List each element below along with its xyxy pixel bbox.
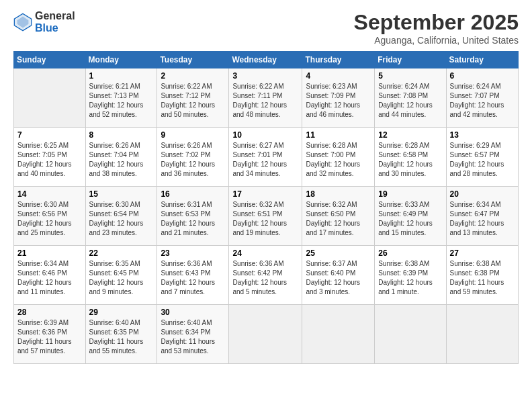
day-number: 15 — [89, 189, 154, 199]
day-number: 6 — [450, 71, 515, 81]
day-info: Sunrise: 6:34 AM Sunset: 6:47 PM Dayligh… — [450, 200, 515, 238]
calendar-cell: 9Sunrise: 6:26 AM Sunset: 7:02 PM Daylig… — [157, 128, 229, 187]
day-number: 7 — [17, 130, 82, 140]
day-info: Sunrise: 6:33 AM Sunset: 6:49 PM Dayligh… — [378, 200, 442, 238]
calendar-cell: 27Sunrise: 6:38 AM Sunset: 6:38 PM Dayli… — [446, 246, 518, 305]
col-wednesday: Wednesday — [229, 52, 302, 68]
calendar-cell: 15Sunrise: 6:30 AM Sunset: 6:54 PM Dayli… — [85, 187, 157, 246]
day-info: Sunrise: 6:36 AM Sunset: 6:43 PM Dayligh… — [161, 259, 225, 297]
col-tuesday: Tuesday — [157, 52, 229, 68]
day-info: Sunrise: 6:23 AM Sunset: 7:09 PM Dayligh… — [306, 82, 371, 120]
calendar-cell: 30Sunrise: 6:40 AM Sunset: 6:34 PM Dayli… — [157, 305, 229, 364]
day-info: Sunrise: 6:27 AM Sunset: 7:01 PM Dayligh… — [232, 141, 298, 179]
logo: General Blue — [13, 10, 75, 34]
day-info: Sunrise: 6:34 AM Sunset: 6:46 PM Dayligh… — [17, 259, 82, 297]
day-info: Sunrise: 6:28 AM Sunset: 7:00 PM Dayligh… — [306, 141, 371, 179]
calendar-cell: 6Sunrise: 6:24 AM Sunset: 7:07 PM Daylig… — [446, 68, 518, 128]
calendar-cell: 1Sunrise: 6:21 AM Sunset: 7:13 PM Daylig… — [85, 68, 157, 128]
page: General Blue September 2025 Aguanga, Cal… — [0, 0, 532, 411]
calendar-cell — [302, 305, 375, 364]
logo-icon — [13, 13, 32, 32]
calendar-cell: 8Sunrise: 6:26 AM Sunset: 7:04 PM Daylig… — [85, 128, 157, 187]
day-info: Sunrise: 6:40 AM Sunset: 6:35 PM Dayligh… — [89, 318, 154, 356]
day-info: Sunrise: 6:31 AM Sunset: 6:53 PM Dayligh… — [161, 200, 225, 238]
day-number: 22 — [89, 248, 154, 258]
day-number: 11 — [306, 130, 371, 140]
day-info: Sunrise: 6:30 AM Sunset: 6:54 PM Dayligh… — [89, 200, 154, 238]
day-number: 2 — [161, 71, 225, 81]
day-number: 27 — [450, 248, 515, 258]
day-number: 17 — [232, 189, 298, 199]
day-number: 28 — [17, 308, 82, 317]
day-info: Sunrise: 6:29 AM Sunset: 6:57 PM Dayligh… — [450, 141, 515, 179]
day-number: 9 — [161, 130, 225, 140]
day-number: 30 — [161, 308, 225, 317]
calendar-cell: 21Sunrise: 6:34 AM Sunset: 6:46 PM Dayli… — [14, 246, 86, 305]
day-number: 14 — [17, 189, 82, 199]
day-info: Sunrise: 6:21 AM Sunset: 7:13 PM Dayligh… — [89, 82, 154, 120]
calendar-cell: 5Sunrise: 6:24 AM Sunset: 7:08 PM Daylig… — [375, 68, 446, 128]
calendar-cell: 20Sunrise: 6:34 AM Sunset: 6:47 PM Dayli… — [446, 187, 518, 246]
week-row-3: 14Sunrise: 6:30 AM Sunset: 6:56 PM Dayli… — [14, 187, 519, 246]
header-row: Sunday Monday Tuesday Wednesday Thursday… — [14, 52, 519, 68]
calendar-cell: 25Sunrise: 6:37 AM Sunset: 6:40 PM Dayli… — [302, 246, 375, 305]
day-number: 8 — [89, 130, 154, 140]
col-monday: Monday — [85, 52, 157, 68]
week-row-1: 1Sunrise: 6:21 AM Sunset: 7:13 PM Daylig… — [14, 68, 519, 128]
calendar-cell: 16Sunrise: 6:31 AM Sunset: 6:53 PM Dayli… — [157, 187, 229, 246]
calendar-cell: 19Sunrise: 6:33 AM Sunset: 6:49 PM Dayli… — [375, 187, 446, 246]
calendar-cell: 7Sunrise: 6:25 AM Sunset: 7:05 PM Daylig… — [14, 128, 86, 187]
day-info: Sunrise: 6:24 AM Sunset: 7:07 PM Dayligh… — [450, 82, 515, 120]
day-info: Sunrise: 6:22 AM Sunset: 7:12 PM Dayligh… — [161, 82, 225, 120]
day-info: Sunrise: 6:28 AM Sunset: 6:58 PM Dayligh… — [378, 141, 442, 179]
day-info: Sunrise: 6:40 AM Sunset: 6:34 PM Dayligh… — [161, 318, 225, 356]
col-friday: Friday — [375, 52, 446, 68]
week-row-2: 7Sunrise: 6:25 AM Sunset: 7:05 PM Daylig… — [14, 128, 519, 187]
day-number: 5 — [378, 71, 442, 81]
calendar-cell — [229, 305, 302, 364]
day-number: 18 — [306, 189, 371, 199]
calendar-cell: 23Sunrise: 6:36 AM Sunset: 6:43 PM Dayli… — [157, 246, 229, 305]
day-info: Sunrise: 6:30 AM Sunset: 6:56 PM Dayligh… — [17, 200, 82, 238]
day-info: Sunrise: 6:37 AM Sunset: 6:40 PM Dayligh… — [306, 259, 371, 297]
week-row-4: 21Sunrise: 6:34 AM Sunset: 6:46 PM Dayli… — [14, 246, 519, 305]
col-thursday: Thursday — [302, 52, 375, 68]
calendar-cell: 28Sunrise: 6:39 AM Sunset: 6:36 PM Dayli… — [14, 305, 86, 364]
header: General Blue September 2025 Aguanga, Cal… — [13, 10, 519, 46]
day-number: 10 — [232, 130, 298, 140]
day-number: 25 — [306, 248, 371, 258]
day-info: Sunrise: 6:25 AM Sunset: 7:05 PM Dayligh… — [17, 141, 82, 179]
day-info: Sunrise: 6:32 AM Sunset: 6:50 PM Dayligh… — [306, 200, 371, 238]
title-block: September 2025 Aguanga, California, Unit… — [354, 10, 519, 46]
col-sunday: Sunday — [14, 52, 86, 68]
day-number: 12 — [378, 130, 442, 140]
calendar-cell: 12Sunrise: 6:28 AM Sunset: 6:58 PM Dayli… — [375, 128, 446, 187]
day-number: 21 — [17, 248, 82, 258]
day-number: 24 — [232, 248, 298, 258]
calendar-cell: 22Sunrise: 6:35 AM Sunset: 6:45 PM Dayli… — [85, 246, 157, 305]
calendar-cell — [375, 305, 446, 364]
calendar-cell: 14Sunrise: 6:30 AM Sunset: 6:56 PM Dayli… — [14, 187, 86, 246]
calendar-cell — [14, 68, 86, 128]
calendar-cell: 11Sunrise: 6:28 AM Sunset: 7:00 PM Dayli… — [302, 128, 375, 187]
day-info: Sunrise: 6:39 AM Sunset: 6:36 PM Dayligh… — [17, 318, 82, 356]
calendar-cell: 29Sunrise: 6:40 AM Sunset: 6:35 PM Dayli… — [85, 305, 157, 364]
day-info: Sunrise: 6:22 AM Sunset: 7:11 PM Dayligh… — [232, 82, 298, 120]
day-number: 3 — [232, 71, 298, 81]
day-info: Sunrise: 6:36 AM Sunset: 6:42 PM Dayligh… — [232, 259, 298, 297]
day-number: 16 — [161, 189, 225, 199]
day-number: 4 — [306, 71, 371, 81]
day-info: Sunrise: 6:35 AM Sunset: 6:45 PM Dayligh… — [89, 259, 154, 297]
col-saturday: Saturday — [446, 52, 518, 68]
calendar-cell: 17Sunrise: 6:32 AM Sunset: 6:51 PM Dayli… — [229, 187, 302, 246]
subtitle: Aguanga, California, United States — [354, 35, 519, 46]
main-title: September 2025 — [354, 10, 519, 35]
day-info: Sunrise: 6:32 AM Sunset: 6:51 PM Dayligh… — [232, 200, 298, 238]
day-number: 19 — [378, 189, 442, 199]
calendar-cell: 10Sunrise: 6:27 AM Sunset: 7:01 PM Dayli… — [229, 128, 302, 187]
calendar-cell: 13Sunrise: 6:29 AM Sunset: 6:57 PM Dayli… — [446, 128, 518, 187]
day-info: Sunrise: 6:24 AM Sunset: 7:08 PM Dayligh… — [378, 82, 442, 120]
calendar-cell: 2Sunrise: 6:22 AM Sunset: 7:12 PM Daylig… — [157, 68, 229, 128]
calendar-cell: 24Sunrise: 6:36 AM Sunset: 6:42 PM Dayli… — [229, 246, 302, 305]
day-number: 29 — [89, 308, 154, 317]
